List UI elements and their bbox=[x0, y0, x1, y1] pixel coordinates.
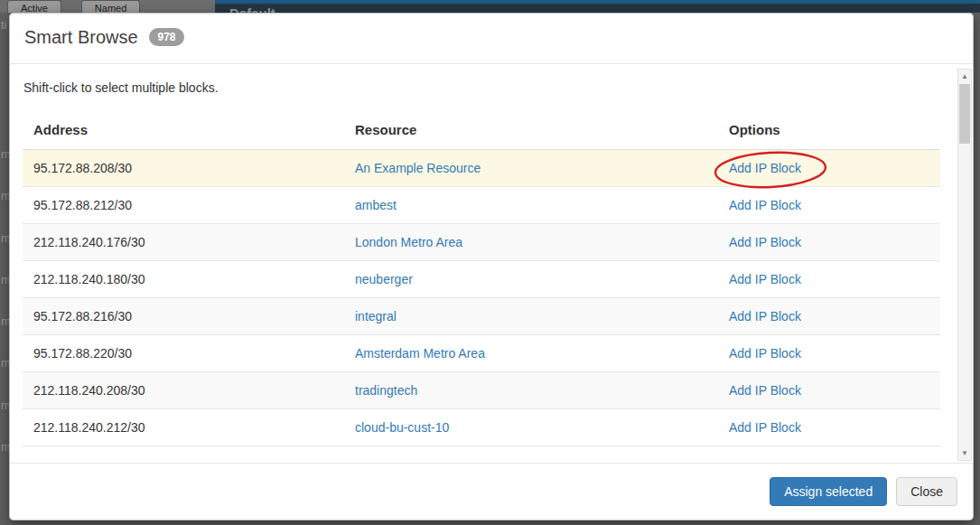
background-tab-named: Named bbox=[81, 0, 140, 13]
blocks-table: Address Resource Options 95.172.88.208/3… bbox=[23, 113, 940, 446]
table-row[interactable]: 212.118.240.208/30 tradingtech Add IP Bl… bbox=[23, 372, 940, 409]
address-cell: 212.118.240.208/30 bbox=[23, 372, 344, 409]
column-header-resource: Resource bbox=[344, 113, 718, 150]
add-ip-block-link[interactable]: Add IP Block bbox=[729, 198, 801, 212]
resource-link[interactable]: cloud-bu-cust-10 bbox=[355, 420, 449, 435]
modal-scrollbar[interactable]: ▲ ▼ bbox=[957, 69, 972, 461]
modal-header: Smart Browse 978 bbox=[10, 14, 973, 64]
address-cell: 95.172.88.216/30 bbox=[23, 298, 344, 335]
count-badge: 978 bbox=[149, 28, 183, 46]
add-ip-block-link[interactable]: Add IP Block bbox=[729, 346, 801, 361]
table-header-row: Address Resource Options bbox=[23, 113, 940, 150]
table-row[interactable]: 212.118.240.180/30 neuberger Add IP Bloc… bbox=[23, 261, 940, 298]
table-row[interactable]: 95.172.88.216/30 integral Add IP Block bbox=[23, 298, 940, 335]
resource-link[interactable]: London Metro Area bbox=[355, 235, 462, 249]
background-tab-active: Active bbox=[7, 0, 61, 13]
resource-link[interactable]: tradingtech bbox=[355, 383, 417, 398]
modal-footer: Assign selected Close bbox=[10, 463, 973, 520]
scrollbar-thumb[interactable] bbox=[959, 84, 970, 144]
resource-link[interactable]: integral bbox=[355, 309, 397, 323]
add-ip-block-link[interactable]: Add IP Block bbox=[729, 235, 801, 249]
table-row[interactable]: 95.172.88.212/30 ambest Add IP Block bbox=[23, 187, 940, 224]
address-cell: 212.118.240.176/30 bbox=[23, 224, 344, 261]
column-header-options: Options bbox=[718, 113, 940, 150]
address-cell: 212.118.240.180/30 bbox=[23, 261, 344, 298]
scroll-up-icon[interactable]: ▲ bbox=[958, 70, 971, 83]
scroll-down-icon[interactable]: ▼ bbox=[958, 446, 971, 460]
add-ip-block-link[interactable]: Add IP Block bbox=[729, 161, 801, 175]
add-ip-block-link[interactable]: Add IP Block bbox=[729, 272, 801, 286]
smart-browse-modal: Smart Browse 978 Shift-click to select m… bbox=[9, 13, 974, 520]
column-header-address: Address bbox=[23, 113, 344, 150]
add-ip-block-link[interactable]: Add IP Block bbox=[729, 383, 801, 398]
address-cell: 95.172.88.220/30 bbox=[23, 335, 344, 372]
table-row[interactable]: 212.118.240.176/30 London Metro Area Add… bbox=[23, 224, 940, 261]
add-ip-block-link[interactable]: Add IP Block bbox=[729, 309, 801, 323]
modal-body: Shift-click to select multiple blocks. A… bbox=[10, 64, 973, 464]
resource-link[interactable]: An Example Resource bbox=[355, 161, 481, 175]
modal-title: Smart Browse bbox=[24, 27, 138, 47]
resource-link[interactable]: neuberger bbox=[355, 272, 413, 286]
assign-selected-button[interactable]: Assign selected bbox=[770, 477, 887, 506]
table-row[interactable]: 95.172.88.208/30 An Example Resource Add… bbox=[23, 150, 940, 187]
hint-text: Shift-click to select multiple blocks. bbox=[23, 80, 973, 95]
close-button[interactable]: Close bbox=[896, 477, 957, 506]
address-cell: 95.172.88.212/30 bbox=[23, 187, 344, 224]
background-header-fragment: Default bbox=[229, 5, 275, 13]
table-row[interactable]: 95.172.88.220/30 Amsterdam Metro Area Ad… bbox=[23, 335, 940, 372]
add-ip-block-link[interactable]: Add IP Block bbox=[729, 420, 801, 435]
background-topbar: Active Named Default bbox=[0, 0, 980, 13]
address-cell: 95.172.88.208/30 bbox=[23, 150, 344, 187]
background-text-fragment: ti bbox=[1, 18, 7, 32]
resource-link[interactable]: Amsterdam Metro Area bbox=[355, 346, 485, 361]
table-row[interactable]: 212.118.240.212/30 cloud-bu-cust-10 Add … bbox=[23, 409, 940, 446]
background-header-bar: Default bbox=[215, 0, 980, 13]
resource-link[interactable]: ambest bbox=[355, 198, 397, 212]
screen: Active Named Default ti m m m m m m m m … bbox=[0, 0, 980, 525]
address-cell: 212.118.240.212/30 bbox=[23, 409, 344, 446]
